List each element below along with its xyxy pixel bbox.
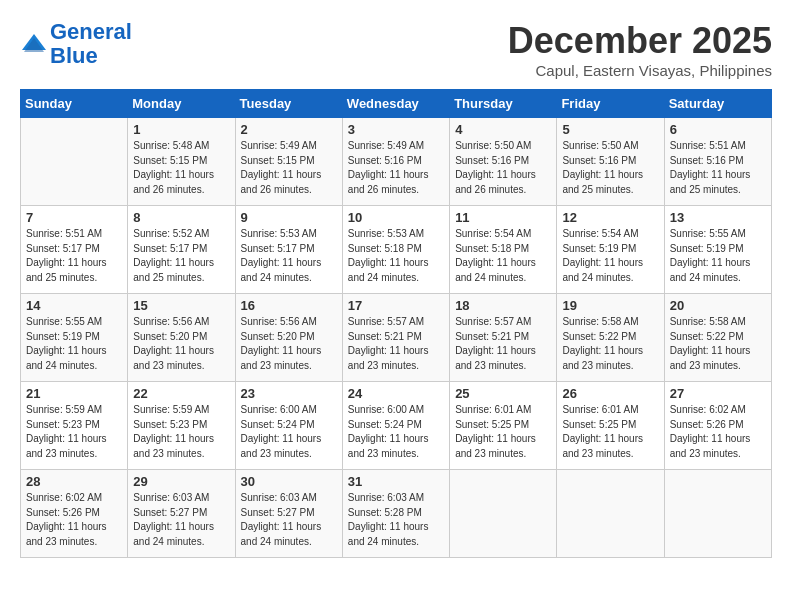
day-cell: 15Sunrise: 5:56 AMSunset: 5:20 PMDayligh… [128, 294, 235, 382]
day-number: 3 [348, 122, 444, 137]
cell-details: Sunrise: 5:51 AMSunset: 5:17 PMDaylight:… [26, 227, 122, 285]
day-cell: 9Sunrise: 5:53 AMSunset: 5:17 PMDaylight… [235, 206, 342, 294]
cell-details: Sunrise: 6:01 AMSunset: 5:25 PMDaylight:… [455, 403, 551, 461]
logo: General Blue [20, 20, 132, 68]
col-header-friday: Friday [557, 90, 664, 118]
cell-details: Sunrise: 5:57 AMSunset: 5:21 PMDaylight:… [348, 315, 444, 373]
day-cell [557, 470, 664, 558]
day-cell: 12Sunrise: 5:54 AMSunset: 5:19 PMDayligh… [557, 206, 664, 294]
page-header: General Blue December 2025 Capul, Easter… [20, 20, 772, 79]
day-cell: 21Sunrise: 5:59 AMSunset: 5:23 PMDayligh… [21, 382, 128, 470]
day-cell: 29Sunrise: 6:03 AMSunset: 5:27 PMDayligh… [128, 470, 235, 558]
day-number: 15 [133, 298, 229, 313]
day-number: 27 [670, 386, 766, 401]
day-number: 25 [455, 386, 551, 401]
day-number: 16 [241, 298, 337, 313]
cell-details: Sunrise: 5:55 AMSunset: 5:19 PMDaylight:… [26, 315, 122, 373]
day-cell: 7Sunrise: 5:51 AMSunset: 5:17 PMDaylight… [21, 206, 128, 294]
cell-details: Sunrise: 6:03 AMSunset: 5:27 PMDaylight:… [133, 491, 229, 549]
cell-details: Sunrise: 5:50 AMSunset: 5:16 PMDaylight:… [562, 139, 658, 197]
day-number: 31 [348, 474, 444, 489]
day-number: 21 [26, 386, 122, 401]
day-number: 24 [348, 386, 444, 401]
col-header-monday: Monday [128, 90, 235, 118]
week-row-2: 7Sunrise: 5:51 AMSunset: 5:17 PMDaylight… [21, 206, 772, 294]
day-number: 14 [26, 298, 122, 313]
day-cell: 28Sunrise: 6:02 AMSunset: 5:26 PMDayligh… [21, 470, 128, 558]
day-cell: 30Sunrise: 6:03 AMSunset: 5:27 PMDayligh… [235, 470, 342, 558]
day-number: 29 [133, 474, 229, 489]
day-cell: 8Sunrise: 5:52 AMSunset: 5:17 PMDaylight… [128, 206, 235, 294]
day-number: 10 [348, 210, 444, 225]
day-cell: 17Sunrise: 5:57 AMSunset: 5:21 PMDayligh… [342, 294, 449, 382]
day-number: 18 [455, 298, 551, 313]
cell-details: Sunrise: 6:02 AMSunset: 5:26 PMDaylight:… [26, 491, 122, 549]
col-header-tuesday: Tuesday [235, 90, 342, 118]
day-number: 8 [133, 210, 229, 225]
day-cell: 26Sunrise: 6:01 AMSunset: 5:25 PMDayligh… [557, 382, 664, 470]
cell-details: Sunrise: 5:58 AMSunset: 5:22 PMDaylight:… [562, 315, 658, 373]
col-header-saturday: Saturday [664, 90, 771, 118]
day-number: 23 [241, 386, 337, 401]
cell-details: Sunrise: 5:53 AMSunset: 5:18 PMDaylight:… [348, 227, 444, 285]
day-cell: 14Sunrise: 5:55 AMSunset: 5:19 PMDayligh… [21, 294, 128, 382]
cell-details: Sunrise: 5:48 AMSunset: 5:15 PMDaylight:… [133, 139, 229, 197]
day-number: 13 [670, 210, 766, 225]
day-cell: 22Sunrise: 5:59 AMSunset: 5:23 PMDayligh… [128, 382, 235, 470]
cell-details: Sunrise: 5:50 AMSunset: 5:16 PMDaylight:… [455, 139, 551, 197]
cell-details: Sunrise: 5:51 AMSunset: 5:16 PMDaylight:… [670, 139, 766, 197]
cell-details: Sunrise: 5:49 AMSunset: 5:15 PMDaylight:… [241, 139, 337, 197]
day-number: 2 [241, 122, 337, 137]
day-number: 1 [133, 122, 229, 137]
title-block: December 2025 Capul, Eastern Visayas, Ph… [508, 20, 772, 79]
day-number: 28 [26, 474, 122, 489]
cell-details: Sunrise: 5:58 AMSunset: 5:22 PMDaylight:… [670, 315, 766, 373]
day-number: 6 [670, 122, 766, 137]
day-number: 12 [562, 210, 658, 225]
day-cell: 2Sunrise: 5:49 AMSunset: 5:15 PMDaylight… [235, 118, 342, 206]
day-number: 5 [562, 122, 658, 137]
day-cell: 11Sunrise: 5:54 AMSunset: 5:18 PMDayligh… [450, 206, 557, 294]
cell-details: Sunrise: 5:56 AMSunset: 5:20 PMDaylight:… [133, 315, 229, 373]
cell-details: Sunrise: 6:00 AMSunset: 5:24 PMDaylight:… [348, 403, 444, 461]
day-cell: 20Sunrise: 5:58 AMSunset: 5:22 PMDayligh… [664, 294, 771, 382]
day-cell [450, 470, 557, 558]
cell-details: Sunrise: 5:54 AMSunset: 5:18 PMDaylight:… [455, 227, 551, 285]
week-row-3: 14Sunrise: 5:55 AMSunset: 5:19 PMDayligh… [21, 294, 772, 382]
cell-details: Sunrise: 5:54 AMSunset: 5:19 PMDaylight:… [562, 227, 658, 285]
cell-details: Sunrise: 6:03 AMSunset: 5:27 PMDaylight:… [241, 491, 337, 549]
day-cell: 23Sunrise: 6:00 AMSunset: 5:24 PMDayligh… [235, 382, 342, 470]
day-cell: 3Sunrise: 5:49 AMSunset: 5:16 PMDaylight… [342, 118, 449, 206]
col-header-thursday: Thursday [450, 90, 557, 118]
cell-details: Sunrise: 6:03 AMSunset: 5:28 PMDaylight:… [348, 491, 444, 549]
cell-details: Sunrise: 6:00 AMSunset: 5:24 PMDaylight:… [241, 403, 337, 461]
day-number: 26 [562, 386, 658, 401]
day-number: 7 [26, 210, 122, 225]
header-row: SundayMondayTuesdayWednesdayThursdayFrid… [21, 90, 772, 118]
day-cell [664, 470, 771, 558]
col-header-wednesday: Wednesday [342, 90, 449, 118]
day-cell: 6Sunrise: 5:51 AMSunset: 5:16 PMDaylight… [664, 118, 771, 206]
day-cell: 5Sunrise: 5:50 AMSunset: 5:16 PMDaylight… [557, 118, 664, 206]
day-cell [21, 118, 128, 206]
day-cell: 24Sunrise: 6:00 AMSunset: 5:24 PMDayligh… [342, 382, 449, 470]
day-number: 9 [241, 210, 337, 225]
day-number: 17 [348, 298, 444, 313]
day-cell: 10Sunrise: 5:53 AMSunset: 5:18 PMDayligh… [342, 206, 449, 294]
day-cell: 19Sunrise: 5:58 AMSunset: 5:22 PMDayligh… [557, 294, 664, 382]
week-row-5: 28Sunrise: 6:02 AMSunset: 5:26 PMDayligh… [21, 470, 772, 558]
week-row-1: 1Sunrise: 5:48 AMSunset: 5:15 PMDaylight… [21, 118, 772, 206]
cell-details: Sunrise: 5:53 AMSunset: 5:17 PMDaylight:… [241, 227, 337, 285]
cell-details: Sunrise: 6:01 AMSunset: 5:25 PMDaylight:… [562, 403, 658, 461]
day-number: 30 [241, 474, 337, 489]
day-number: 4 [455, 122, 551, 137]
day-number: 19 [562, 298, 658, 313]
day-number: 11 [455, 210, 551, 225]
cell-details: Sunrise: 6:02 AMSunset: 5:26 PMDaylight:… [670, 403, 766, 461]
day-cell: 16Sunrise: 5:56 AMSunset: 5:20 PMDayligh… [235, 294, 342, 382]
cell-details: Sunrise: 5:49 AMSunset: 5:16 PMDaylight:… [348, 139, 444, 197]
day-cell: 18Sunrise: 5:57 AMSunset: 5:21 PMDayligh… [450, 294, 557, 382]
cell-details: Sunrise: 5:52 AMSunset: 5:17 PMDaylight:… [133, 227, 229, 285]
cell-details: Sunrise: 5:55 AMSunset: 5:19 PMDaylight:… [670, 227, 766, 285]
location: Capul, Eastern Visayas, Philippines [508, 62, 772, 79]
